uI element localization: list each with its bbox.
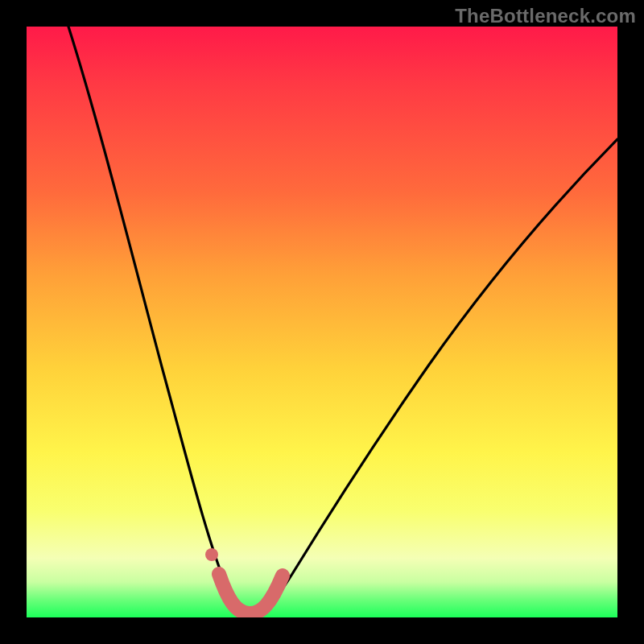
curve-layer [27,27,617,617]
watermark-text: TheBottleneck.com [455,5,636,27]
valley-left-dot [205,548,218,561]
valley-highlight [219,574,283,613]
chart-frame: TheBottleneck.com [0,0,644,644]
bottleneck-curve [68,27,617,615]
plot-area [27,27,617,617]
